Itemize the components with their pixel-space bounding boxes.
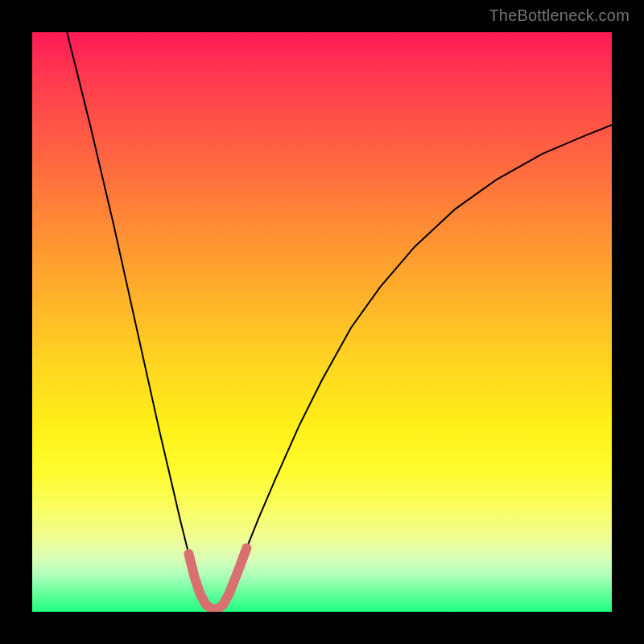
bottleneck-curve: [67, 32, 612, 609]
chart-frame: TheBottleneck.com: [0, 0, 644, 644]
plot-area: [32, 32, 612, 612]
highlight-segment: [188, 548, 246, 609]
watermark-text: TheBottleneck.com: [489, 6, 630, 25]
bottleneck-curve-svg: [32, 32, 612, 612]
